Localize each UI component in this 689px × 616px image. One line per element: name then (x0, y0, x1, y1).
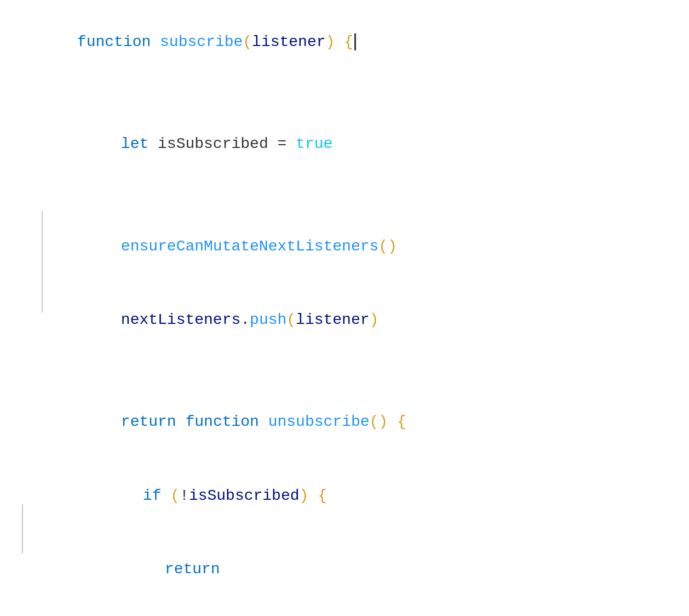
keyword-function: function (77, 33, 151, 50)
fn-ensure: ensureCanMutateNextListeners (121, 238, 378, 255)
keyword-return-inner: return (165, 561, 220, 578)
code-line-ensure1: ensureCanMutateNextListeners() (0, 210, 689, 283)
var-nextlisteners: nextListeners (121, 311, 240, 328)
code-line-return-inner: return (0, 533, 689, 606)
method-push: push (250, 311, 286, 328)
keyword-return: return (121, 413, 176, 430)
code-tokens: function subscribe(listener) { (22, 5, 356, 79)
var-issubscribed: isSubscribed (189, 487, 300, 504)
keyword-if: if (143, 487, 162, 504)
code-line-push: nextListeners.push(listener) (0, 283, 689, 357)
indent-guide-1 (42, 211, 43, 312)
value-true: true (296, 135, 332, 152)
code-line-blank2 (0, 181, 689, 210)
text-cursor (354, 33, 356, 50)
code-line-close-if: } (0, 607, 689, 616)
code-line-let: let isSubscribed = true (0, 107, 689, 181)
code-line-blank1 (0, 79, 689, 107)
code-editor: function subscribe(listener) { let isSub… (0, 0, 689, 616)
fn-unsubscribe: unsubscribe (268, 413, 370, 430)
code-line-return-fn: return function unsubscribe() { (0, 386, 689, 459)
fn-subscribe: subscribe (160, 33, 243, 50)
keyword-function-2: function (185, 413, 259, 430)
code-line-1: function subscribe(listener) { (0, 5, 689, 79)
code-line-if: if (!isSubscribed) { (0, 459, 689, 533)
keyword-let: let (121, 135, 148, 152)
code-line-blank3 (0, 357, 689, 386)
indent-guide-2 (22, 504, 23, 554)
